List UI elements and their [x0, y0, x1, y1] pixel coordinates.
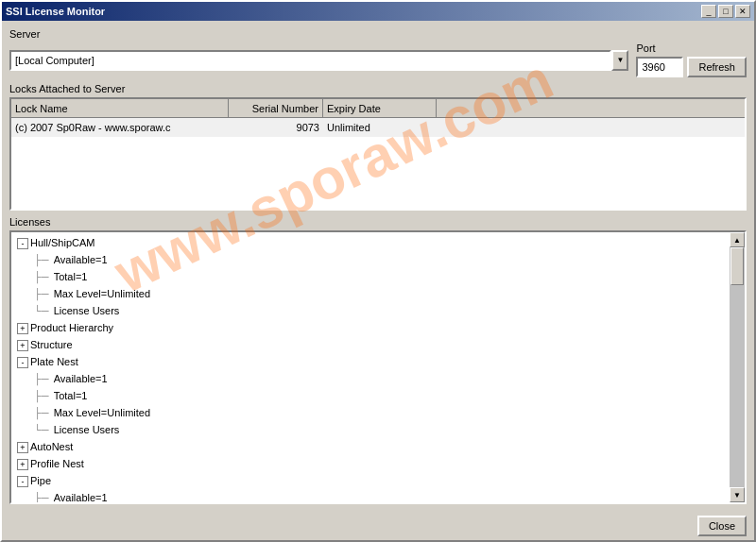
tree-item[interactable]: +AutoNest: [15, 438, 726, 455]
tree-leaf-label: Total=1: [54, 390, 88, 401]
tree-leaf-label: License Users: [54, 305, 120, 316]
scrollbar: ▲ ▼: [730, 232, 745, 502]
col-serial: Serial Number: [229, 99, 323, 117]
tree-item[interactable]: +Profile Nest: [15, 455, 726, 472]
tree-item: └─ License Users: [15, 302, 726, 319]
tree-connector: ├─: [34, 288, 52, 299]
tree-connector: └─: [34, 424, 52, 435]
server-combo-container: ▼: [9, 50, 628, 71]
locks-table: Lock Name Serial Number Expiry Date (c) …: [9, 97, 747, 211]
tree-item: ├─ Max Level=Unlimited: [15, 404, 726, 421]
licenses-label: Licenses: [9, 216, 747, 228]
scroll-track[interactable]: [730, 247, 745, 487]
expand-icon[interactable]: +: [17, 340, 28, 351]
scroll-down-button[interactable]: ▼: [730, 487, 745, 502]
tree-item: ├─ Available=1: [15, 370, 726, 387]
port-row: Refresh: [636, 57, 747, 77]
tree-node-label: Plate Nest: [30, 356, 78, 367]
title-bar-controls: _ □ ✕: [701, 5, 750, 18]
tree-item[interactable]: +Product Hierarchy: [15, 319, 726, 336]
main-window: SSI License Monitor _ □ ✕ Server ▼ Port: [0, 0, 756, 542]
tree-item: ├─ Total=1: [15, 268, 726, 285]
tree-leaf-label: License Users: [54, 424, 120, 435]
licenses-container: -Hull/ShipCAM├─ Available=1├─ Total=1├─ …: [9, 230, 747, 504]
tree-node-label: Hull/ShipCAM: [30, 237, 94, 248]
bottom-bar: Close: [2, 512, 754, 540]
cell-serial: 9073: [229, 118, 323, 137]
collapse-icon[interactable]: -: [17, 476, 28, 487]
tree-node-label: Pipe: [30, 475, 51, 486]
tree-item[interactable]: -Hull/ShipCAM: [15, 234, 726, 251]
tree-connector: ├─: [34, 373, 52, 384]
scroll-thumb[interactable]: [730, 247, 744, 285]
tree-item: ├─ Total=1: [15, 387, 726, 404]
cell-expiry: Unlimited: [323, 118, 437, 137]
licenses-section: Licenses -Hull/ShipCAM├─ Available=1├─ T…: [9, 216, 747, 504]
tree-connector: ├─: [34, 492, 52, 502]
tree-connector: ├─: [34, 254, 52, 265]
tree-item: └─ License Users: [15, 421, 726, 438]
tree-leaf-label: Total=1: [54, 271, 88, 282]
server-section: Server ▼ Port Refresh: [9, 28, 747, 77]
tree-item: ├─ Available=1: [15, 489, 726, 502]
locks-label: Locks Attached to Server: [9, 83, 747, 94]
tree-content[interactable]: -Hull/ShipCAM├─ Available=1├─ Total=1├─ …: [11, 232, 730, 502]
window-title: SSI License Monitor: [6, 6, 105, 17]
title-bar: SSI License Monitor _ □ ✕: [2, 2, 754, 21]
col-expiry: Expiry Date: [323, 99, 437, 117]
table-row: (c) 2007 Sp0Raw - www.sporaw.c 9073 Unli…: [11, 118, 745, 137]
close-button[interactable]: Close: [697, 516, 747, 536]
port-input[interactable]: [636, 57, 683, 77]
server-input[interactable]: [9, 50, 611, 71]
server-label: Server: [9, 28, 747, 40]
collapse-icon[interactable]: -: [17, 357, 28, 368]
tree-connector: ├─: [34, 390, 52, 401]
combo-arrow-icon: ▼: [617, 56, 625, 64]
tree-leaf-label: Available=1: [54, 254, 108, 265]
table-header: Lock Name Serial Number Expiry Date: [11, 99, 745, 118]
scroll-up-button[interactable]: ▲: [730, 232, 745, 247]
port-section: Port Refresh: [636, 42, 747, 77]
refresh-button[interactable]: Refresh: [687, 57, 747, 77]
server-row: ▼ Port Refresh: [9, 42, 747, 77]
tree-connector: └─: [34, 305, 52, 316]
expand-icon[interactable]: +: [17, 459, 28, 470]
tree-connector: ├─: [34, 271, 52, 282]
col-lock-name: Lock Name: [11, 99, 229, 117]
maximize-button[interactable]: □: [718, 5, 733, 18]
expand-icon[interactable]: +: [17, 442, 28, 453]
tree-item: ├─ Available=1: [15, 251, 726, 268]
tree-node-label: AutoNest: [30, 441, 73, 452]
tree-item[interactable]: -Pipe: [15, 472, 726, 489]
expand-icon[interactable]: +: [17, 323, 28, 334]
cell-lock-name: (c) 2007 Sp0Raw - www.sporaw.c: [11, 118, 229, 137]
locks-section: Locks Attached to Server Lock Name Seria…: [9, 83, 747, 211]
server-combo-button[interactable]: ▼: [611, 50, 628, 71]
tree-node-label: Product Hierarchy: [30, 322, 113, 333]
tree-node-label: Profile Nest: [30, 458, 84, 469]
tree-leaf-label: Max Level=Unlimited: [54, 288, 150, 299]
tree-node-label: Structure: [30, 339, 73, 350]
minimize-button[interactable]: _: [701, 5, 716, 18]
tree-item[interactable]: +Structure: [15, 336, 726, 353]
tree-connector: ├─: [34, 407, 52, 418]
tree-item[interactable]: -Plate Nest: [15, 353, 726, 370]
port-label: Port: [636, 42, 655, 54]
tree-leaf-label: Available=1: [54, 492, 108, 502]
window-body: Server ▼ Port Refresh Lock: [2, 21, 754, 512]
tree-leaf-label: Available=1: [54, 373, 108, 384]
tree-item: ├─ Max Level=Unlimited: [15, 285, 726, 302]
collapse-icon[interactable]: -: [17, 238, 28, 249]
close-window-button[interactable]: ✕: [735, 5, 750, 18]
tree-leaf-label: Max Level=Unlimited: [54, 407, 150, 418]
